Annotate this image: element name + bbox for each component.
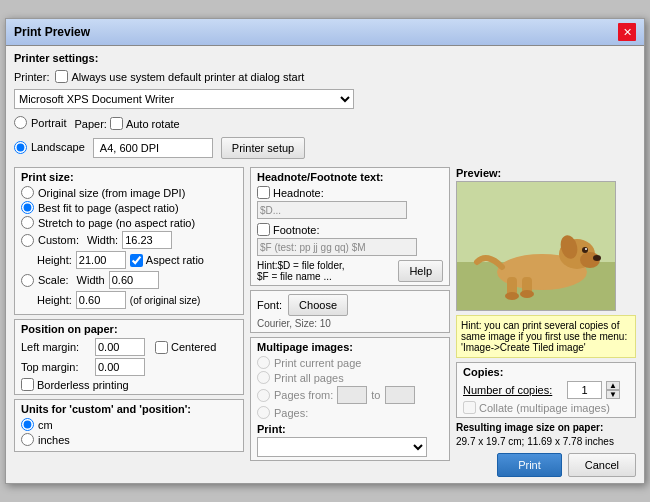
footnote-input[interactable]: $F (test: pp jj gg qq) $M [257,238,417,256]
landscape-radio[interactable] [14,141,27,154]
print-all-label: Print all pages [257,371,443,384]
cancel-button[interactable]: Cancel [568,453,636,477]
custom-width-input[interactable]: 16.23 [122,231,172,249]
close-button[interactable]: ✕ [618,23,636,41]
copies-spinner[interactable]: ▲ ▼ [606,381,620,399]
units-label: Units for 'custom' and 'position': [21,403,237,415]
svg-point-12 [520,290,534,298]
number-of-copies-label: Number of copies: [463,384,563,396]
footnote-check-label[interactable]: Footnote: [257,223,443,236]
font-label: Font: [257,299,282,311]
centered-checkbox[interactable] [155,341,168,354]
scale-height-input[interactable]: 0.60 [76,291,126,309]
preview-image [456,181,616,311]
headnote-check-label[interactable]: Headnote: [257,186,443,199]
print-preview-dialog: Print Preview ✕ Printer settings: Printe… [5,18,645,484]
always-use-default-label[interactable]: Always use system default printer at dia… [55,70,304,83]
pages-from-radio [257,389,270,402]
paper-label: Paper: Auto rotate [74,117,179,130]
pages-to-input [385,386,415,404]
print-all-radio [257,371,270,384]
inches-radio-label[interactable]: inches [21,433,237,446]
pages-radio [257,406,270,419]
borderless-checkbox[interactable] [21,378,34,391]
svg-point-6 [582,247,588,253]
headnote-checkbox[interactable] [257,186,270,199]
preview-label: Preview: [456,167,636,179]
printer-setup-button[interactable]: Printer setup [221,137,305,159]
svg-point-11 [505,292,519,300]
result-size: 29.7 x 19.7 cm; 11.69 x 7.78 inches [456,436,636,447]
choose-font-button[interactable]: Choose [288,294,348,316]
multipage-label: Multipage images: [257,341,443,353]
portrait-radio[interactable] [14,116,27,129]
custom-height-input[interactable]: 21.00 [76,251,126,269]
original-size-radio-label[interactable]: Original size (from image DPI) [21,186,237,199]
result-label: Resulting image size on paper: [456,422,636,433]
hint-text: Hint:$D = file folder,$F = file name ... [257,260,392,282]
title-bar: Print Preview ✕ [6,19,644,46]
print-select[interactable] [257,437,427,457]
borderless-label[interactable]: Borderless printing [21,378,237,391]
font-info: Courier, Size: 10 [257,318,443,329]
footnote-checkbox[interactable] [257,223,270,236]
paper-info: A4, 600 DPI [93,138,213,158]
stretch-radio-label[interactable]: Stretch to page (no aspect ratio) [21,216,237,229]
print-size-label: Print size: [21,171,237,183]
help-button[interactable]: Help [398,260,443,282]
print-current-label: Print current page [257,356,443,369]
collate-checkbox [463,401,476,414]
headnote-label: Headnote/Footnote text: [257,171,443,183]
best-fit-radio[interactable] [21,201,34,214]
headnote-input[interactable]: $D... [257,201,407,219]
dialog-title: Print Preview [14,25,90,39]
copies-input[interactable]: 1 [567,381,602,399]
top-margin-input[interactable]: 0.00 [95,358,145,376]
landscape-radio-label[interactable]: Landscape [14,141,85,154]
printer-label: Printer: [14,71,49,83]
print-current-radio [257,356,270,369]
copies-up-button[interactable]: ▲ [606,381,620,390]
copies-label: Copies: [463,366,629,378]
inches-radio[interactable] [21,433,34,446]
aspect-ratio-label[interactable]: Aspect ratio [130,254,204,267]
centered-label[interactable]: Centered [155,341,216,354]
pages-from-row: Pages from: to [257,386,443,404]
cm-radio-label[interactable]: cm [21,418,237,431]
scale-width-input[interactable]: 0.60 [109,271,159,289]
best-fit-radio-label[interactable]: Best fit to page (aspect ratio) [21,201,237,214]
auto-rotate-checkbox[interactable] [110,117,123,130]
printer-settings-label: Printer settings: [14,52,636,64]
printer-select[interactable]: Microsoft XPS Document Writer Default Pr… [14,89,354,109]
copies-section: Copies: Number of copies: 1 ▲ ▼ Collate … [456,362,636,418]
left-margin-input[interactable]: 0.00 [95,338,145,356]
scale-radio[interactable] [21,274,34,287]
portrait-radio-label[interactable]: Portrait [14,116,66,129]
collate-label: Collate (multipage images) [463,401,629,414]
hint-right: Hint: you can print several copies of sa… [456,315,636,358]
stretch-radio[interactable] [21,216,34,229]
original-size-radio[interactable] [21,186,34,199]
always-use-default-checkbox[interactable] [55,70,68,83]
aspect-ratio-checkbox[interactable] [130,254,143,267]
pages-from-input [337,386,367,404]
cm-radio[interactable] [21,418,34,431]
custom-radio[interactable] [21,234,34,247]
svg-point-5 [593,255,601,261]
position-label: Position on paper: [21,323,237,335]
svg-point-7 [585,248,587,250]
print-button[interactable]: Print [497,453,562,477]
copies-down-button[interactable]: ▼ [606,390,620,399]
pages-label: Pages: [257,406,443,419]
